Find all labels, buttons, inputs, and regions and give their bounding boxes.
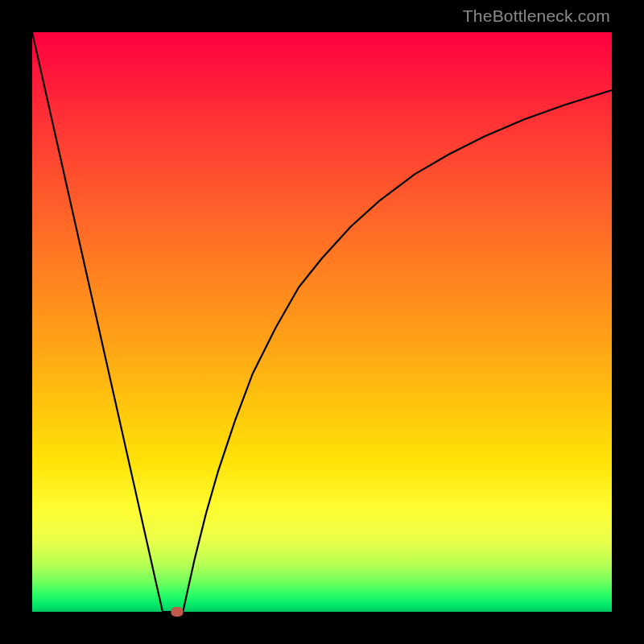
chart-frame: TheBottleneck.com (0, 0, 644, 644)
bottleneck-curve (32, 32, 612, 612)
chart-curve (32, 32, 612, 612)
attribution-text: TheBottleneck.com (463, 6, 610, 26)
optimal-point-marker (171, 607, 184, 617)
